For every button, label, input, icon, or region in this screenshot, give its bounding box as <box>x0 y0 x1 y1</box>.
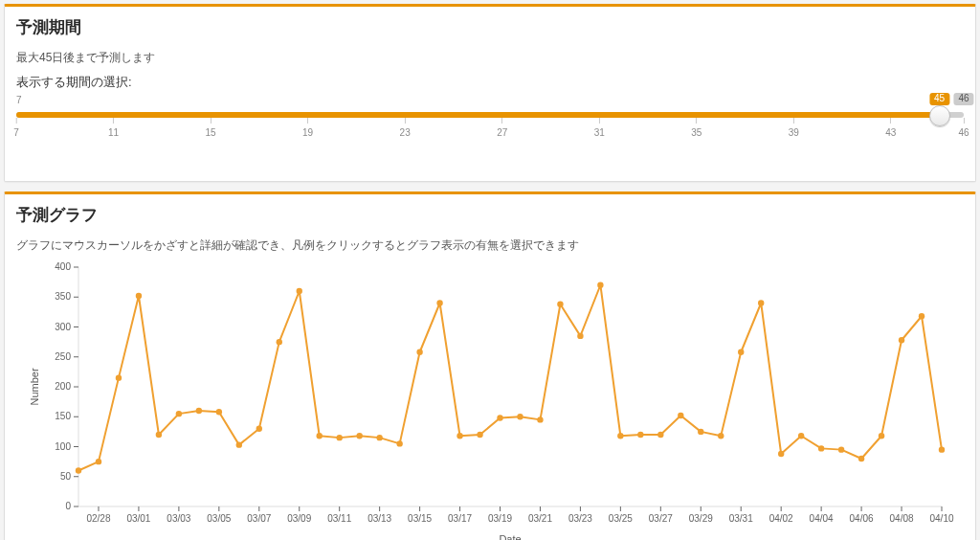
svg-text:03/11: 03/11 <box>327 513 351 524</box>
svg-point-70 <box>156 432 162 438</box>
svg-text:04/08: 04/08 <box>890 513 914 524</box>
svg-text:03/05: 03/05 <box>207 513 231 524</box>
svg-text:03/25: 03/25 <box>609 513 633 524</box>
svg-text:250: 250 <box>55 351 71 362</box>
svg-point-109 <box>939 446 945 452</box>
svg-text:100: 100 <box>55 441 71 452</box>
svg-point-74 <box>236 441 242 447</box>
svg-point-105 <box>858 456 864 461</box>
svg-text:04/10: 04/10 <box>929 513 953 524</box>
svg-text:04/06: 04/06 <box>850 513 874 524</box>
svg-point-81 <box>376 435 382 440</box>
chart-title: 予測グラフ <box>16 204 964 226</box>
svg-point-75 <box>256 426 262 432</box>
svg-point-73 <box>216 409 222 415</box>
svg-point-93 <box>617 433 623 439</box>
svg-point-84 <box>436 300 442 305</box>
svg-text:03/15: 03/15 <box>408 513 432 524</box>
svg-point-100 <box>758 300 764 305</box>
svg-point-94 <box>637 432 643 438</box>
svg-text:03/31: 03/31 <box>729 513 753 524</box>
svg-text:04/04: 04/04 <box>810 513 834 524</box>
svg-text:03/19: 03/19 <box>488 513 512 524</box>
slider-value-bubble: 45 <box>929 93 949 105</box>
slider-max-bubble: 46 <box>953 93 973 105</box>
svg-point-89 <box>537 416 543 422</box>
svg-point-77 <box>297 288 302 294</box>
svg-point-78 <box>317 433 323 439</box>
svg-text:03/23: 03/23 <box>568 513 592 524</box>
chart-panel: 予測グラフ グラフにマウスカーソルをかざすと詳細が確認でき、凡例をクリックすると… <box>4 191 976 540</box>
svg-point-96 <box>678 413 683 418</box>
svg-text:350: 350 <box>55 291 71 302</box>
svg-point-92 <box>597 282 603 288</box>
period-note: 最大45日後まで予測します <box>16 50 964 66</box>
svg-point-86 <box>477 432 482 438</box>
slider-ticks: 711151923273135394346 <box>16 127 964 139</box>
svg-point-108 <box>919 313 924 319</box>
svg-point-72 <box>196 408 202 414</box>
svg-point-71 <box>176 411 182 416</box>
svg-point-85 <box>457 433 462 439</box>
svg-point-69 <box>136 293 142 299</box>
svg-text:150: 150 <box>55 411 71 421</box>
svg-point-97 <box>698 429 703 435</box>
svg-text:0: 0 <box>65 501 71 511</box>
svg-text:03/13: 03/13 <box>368 513 391 524</box>
svg-text:300: 300 <box>55 322 71 332</box>
svg-text:03/01: 03/01 <box>126 513 150 524</box>
svg-text:03/07: 03/07 <box>247 513 271 524</box>
svg-text:Number: Number <box>29 368 40 405</box>
svg-text:03/17: 03/17 <box>448 513 472 524</box>
svg-point-80 <box>356 433 362 439</box>
chart-note: グラフにマウスカーソルをかざすと詳細が確認でき、凡例をクリックするとグラフ表示の… <box>16 237 964 254</box>
period-select-label: 表示する期間の選択: <box>16 74 964 91</box>
svg-text:50: 50 <box>60 471 72 482</box>
svg-point-68 <box>116 374 122 380</box>
svg-point-102 <box>798 433 804 439</box>
svg-point-106 <box>879 433 884 439</box>
svg-point-104 <box>838 446 844 452</box>
svg-text:200: 200 <box>55 381 71 392</box>
svg-point-66 <box>76 467 81 473</box>
svg-point-98 <box>718 433 724 439</box>
period-title: 予測期間 <box>16 16 964 38</box>
svg-text:03/09: 03/09 <box>287 513 311 524</box>
svg-point-87 <box>497 415 502 420</box>
svg-point-99 <box>738 349 744 355</box>
slider-fill <box>16 112 940 118</box>
svg-point-76 <box>277 339 282 345</box>
svg-point-88 <box>517 414 523 419</box>
svg-point-107 <box>899 337 904 343</box>
slider-handle[interactable] <box>929 105 950 126</box>
svg-text:Date: Date <box>499 533 521 540</box>
svg-point-67 <box>96 459 101 464</box>
forecast-chart[interactable]: 05010015020025030035040002/2803/0103/030… <box>21 258 959 540</box>
slider-min-readout: 7 <box>16 95 22 105</box>
svg-text:03/29: 03/29 <box>689 513 713 524</box>
svg-point-103 <box>818 445 824 451</box>
svg-point-83 <box>416 349 422 355</box>
svg-point-82 <box>396 440 402 446</box>
period-panel: 予測期間 最大45日後まで予測します 表示する期間の選択: 7 45 46 71… <box>4 4 976 182</box>
svg-point-79 <box>336 435 342 440</box>
svg-point-101 <box>778 451 784 457</box>
period-slider[interactable]: 7 45 46 711151923273135394346 <box>16 97 964 164</box>
svg-text:03/21: 03/21 <box>528 513 552 524</box>
svg-point-90 <box>557 302 563 307</box>
svg-text:04/02: 04/02 <box>769 513 793 524</box>
svg-point-91 <box>577 333 583 339</box>
svg-text:03/03: 03/03 <box>167 513 190 524</box>
svg-point-95 <box>657 432 663 438</box>
svg-text:02/28: 02/28 <box>86 513 110 524</box>
svg-text:03/27: 03/27 <box>649 513 673 524</box>
svg-text:400: 400 <box>55 261 71 272</box>
